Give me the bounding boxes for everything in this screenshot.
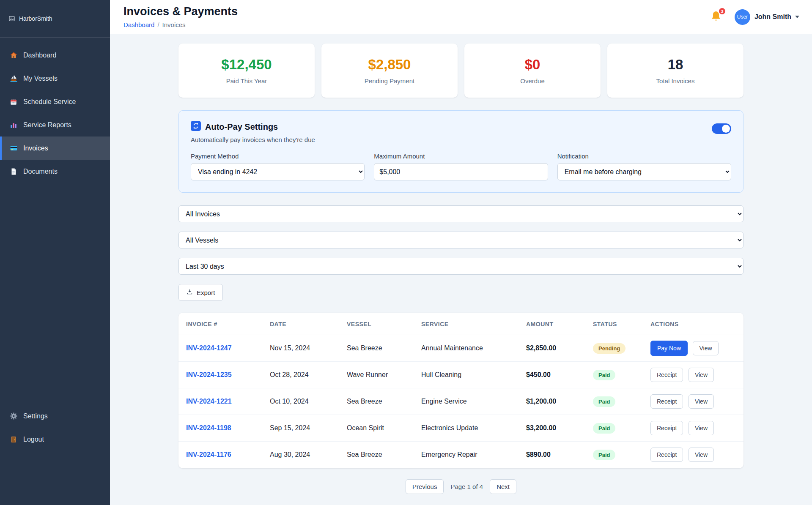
summary-cards: $12,450 Paid This Year $2,850 Pending Pa… [178,44,743,98]
cell-actions: Pay Now View [646,335,743,362]
vessel-filter[interactable]: All Vessels [178,232,743,248]
sidebar-footer: Settings Logout [0,400,110,451]
view-button[interactable]: View [689,368,714,382]
column-invoice: INVOICE # [178,313,266,335]
sidebar-item-settings[interactable]: Settings [0,404,110,428]
sidebar-item-label: Logout [23,436,44,443]
card-label: Pending Payment [365,77,414,85]
cell-amount: $1,200.00 [522,388,589,415]
cell-status: Paid [589,388,646,415]
column-vessel: VESSEL [343,313,417,335]
chevron-down-icon[interactable] [795,16,799,18]
export-button[interactable]: Export [178,284,223,301]
receipt-button[interactable]: Receipt [650,421,683,435]
export-label: Export [197,289,215,296]
table-row: INV-2024-1235 Oct 28, 2024 Wave Runner H… [178,362,743,388]
previous-page-button[interactable]: Previous [406,479,444,494]
column-date: DATE [266,313,343,335]
receipt-button[interactable]: Receipt [650,368,683,382]
card-paid-this-year: $12,450 Paid This Year [178,44,315,98]
card-total-invoices: 18 Total Invoices [607,44,743,98]
maximum-amount-label: Maximum Amount [374,153,548,160]
cell-status: Paid [589,442,646,468]
cell-service: Emergency Repair [417,442,522,468]
breadcrumb-dashboard-link[interactable]: Dashboard [123,21,154,28]
invoice-link[interactable]: INV-2024-1176 [186,451,231,458]
notifications-button[interactable]: 3 [710,10,722,24]
sidebar-item-label: Dashboard [23,52,56,59]
cell-actions: Receipt View [646,442,743,468]
cell-vessel: Ocean Spirit [343,415,417,442]
cell-date: Oct 28, 2024 [266,362,343,388]
status-badge: Paid [593,396,615,407]
cell-service: Hull Cleaning [417,362,522,388]
card-value: $12,450 [221,57,272,73]
view-button[interactable]: View [689,448,714,462]
logo: HarborSmith [0,0,110,38]
payment-method-select[interactable]: Visa ending in 4242 [191,163,365,180]
autopay-fields: Payment Method Visa ending in 4242 Maxim… [191,153,731,180]
sidebar-item-invoices[interactable]: Invoices [0,136,110,160]
sidebar-item-label: Schedule Service [23,98,76,106]
cell-amount: $450.00 [522,362,589,388]
sidebar-item-service-reports[interactable]: Service Reports [0,113,110,136]
cell-vessel: Sea Breeze [343,335,417,362]
header-left: Invoices & Payments Dashboard / Invoices [123,5,238,28]
toggle-knob [722,125,730,133]
card-overdue: $0 Overdue [464,44,601,98]
invoices-table: INVOICE # DATE VESSEL SERVICE AMOUNT STA… [178,313,743,468]
maximum-amount-input[interactable] [374,163,548,180]
autopay-panel: Auto-Pay Settings Automatically pay invo… [178,110,743,193]
table-row: INV-2024-1247 Nov 15, 2024 Sea Breeze An… [178,335,743,362]
notification-label: Notification [557,153,731,160]
cell-amount: $890.00 [522,442,589,468]
view-button[interactable]: View [689,421,714,435]
invoice-link[interactable]: INV-2024-1247 [186,344,232,352]
sidebar-item-logout[interactable]: Logout [0,428,110,451]
table-header-row: INVOICE # DATE VESSEL SERVICE AMOUNT STA… [178,313,743,335]
next-page-button[interactable]: Next [490,479,516,494]
avatar[interactable]: User [735,9,750,25]
autopay-toggle[interactable] [712,123,731,134]
view-button[interactable]: View [689,394,714,409]
payment-method-field: Payment Method Visa ending in 4242 [191,153,365,180]
notification-select[interactable]: Email me before charging [557,163,731,180]
sidebar-item-label: Invoices [23,145,48,152]
cell-date: Nov 15, 2024 [266,335,343,362]
cell-amount: $2,850.00 [522,335,589,362]
home-icon [9,51,18,59]
notification-field: Notification Email me before charging [557,153,731,180]
pagination: Previous Page 1 of 4 Next [178,479,743,494]
cell-vessel: Sea Breeze [343,442,417,468]
cell-status: Paid [589,415,646,442]
sidebar-item-documents[interactable]: Documents [0,160,110,183]
receipt-button[interactable]: Receipt [650,394,683,409]
logo-text: HarborSmith [19,15,52,22]
date-range-filter[interactable]: Last 30 days [178,258,743,275]
breadcrumb: Dashboard / Invoices [123,21,238,28]
card-value: $2,850 [368,57,411,73]
autopay-subtitle: Automatically pay invoices when they're … [191,136,315,143]
invoice-link[interactable]: INV-2024-1221 [186,398,232,405]
receipt-button[interactable]: Receipt [650,448,683,462]
sidebar-item-my-vessels[interactable]: My Vessels [0,67,110,90]
maximum-amount-field: Maximum Amount [374,153,548,180]
cell-date: Aug 30, 2024 [266,442,343,468]
sidebar-item-schedule-service[interactable]: Schedule Service [0,90,110,113]
invoice-status-filter[interactable]: All Invoices [178,205,743,222]
sidebar-item-dashboard[interactable]: Dashboard [0,44,110,67]
breadcrumb-current: Invoices [162,21,186,28]
invoice-link[interactable]: INV-2024-1235 [186,371,232,378]
page-title: Invoices & Payments [123,5,238,18]
sidebar-item-label: Documents [23,168,58,175]
status-badge: Paid [593,370,615,380]
table-row: INV-2024-1176 Aug 30, 2024 Sea Breeze Em… [178,442,743,468]
view-button[interactable]: View [693,341,718,355]
cell-invoice: INV-2024-1198 [178,415,266,442]
invoice-link[interactable]: INV-2024-1198 [186,424,231,431]
pay-now-button[interactable]: Pay Now [650,341,688,356]
sidebar: HarborSmith Dashboard My Vessel [0,0,110,505]
autopay-header-text: Auto-Pay Settings Automatically pay invo… [191,121,315,143]
table-row: INV-2024-1221 Oct 10, 2024 Sea Breeze En… [178,388,743,415]
card-label: Total Invoices [656,77,695,85]
